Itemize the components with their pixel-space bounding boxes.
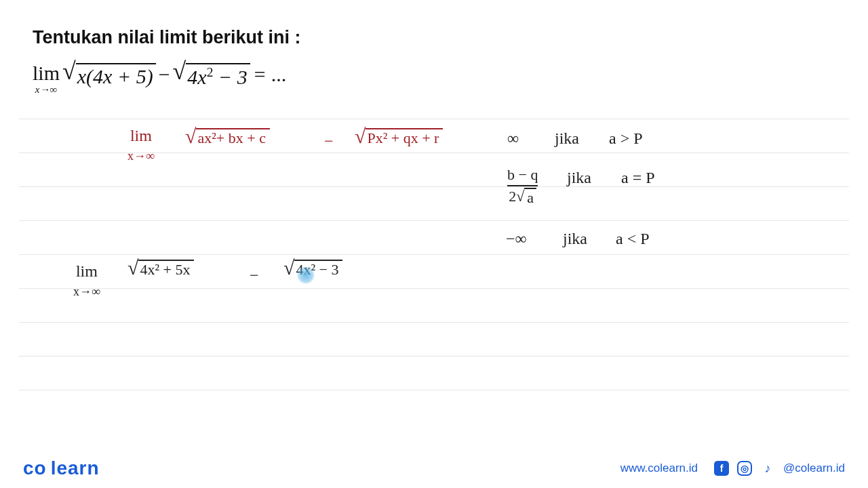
rule-line [19, 288, 849, 289]
case-2-denom-coef: 2 [509, 188, 516, 205]
formula-radicand-2: Px² + qx + r [366, 128, 443, 147]
limit-operator: lim x→∞ [33, 63, 60, 95]
rule-line [19, 356, 849, 357]
formula-limit: lim x→∞ [127, 127, 155, 163]
fraction-line [507, 185, 538, 186]
case-2-word: jika [567, 169, 591, 187]
formula-sqrt-2: √Px² + qx + r [355, 128, 443, 147]
equals-blank: = ... [253, 63, 287, 86]
tiktok-icon: ♪ [760, 461, 775, 476]
exponent-2: 2 [207, 65, 214, 79]
rule-line [19, 322, 849, 323]
problem-expression: lim x→∞ √ x(4x + 5) − √ 4x2 − 3 = ... [33, 63, 835, 95]
case-2-cond: a = P [621, 169, 655, 187]
case-1-result: ∞ [507, 129, 519, 148]
case-3-cond: a < P [616, 230, 650, 248]
rule-line [19, 119, 849, 119]
facebook-icon: f [714, 461, 729, 476]
footer-url: www.colearn.id [620, 462, 698, 475]
formula-sqrt-1: √ax²+ bx + c [185, 128, 270, 147]
logo-part-1: co [23, 458, 47, 479]
work-sqrt-1: √4x² + 5x [127, 260, 194, 279]
cursor-highlight [297, 266, 315, 284]
case-3-result: −∞ [506, 230, 527, 248]
work-limit: lim x→∞ [73, 262, 100, 299]
case-1-word: jika [555, 129, 579, 148]
case-2-result: b − q 2 √a [507, 166, 538, 207]
sqrt-term-1: √ x(4x + 5) [62, 63, 156, 89]
lim-text: lim [33, 63, 60, 83]
work-lim-cond: x→∞ [73, 285, 100, 299]
radicand-2: 4x2 − 3 [186, 63, 250, 89]
case-2-denom-rad: a [524, 188, 536, 207]
work-lim-text: lim [76, 262, 98, 281]
work-radicand-1: 4x² + 5x [138, 260, 194, 279]
work-minus: − [250, 266, 259, 285]
case-3-word: jika [563, 230, 587, 248]
brand-logo: colearn [23, 458, 100, 479]
case-2-numerator: b − q [507, 166, 538, 184]
minus-sign: − [159, 63, 170, 86]
formula-minus: − [324, 132, 334, 150]
ruled-paper-area: lim x→∞ √ax²+ bx + c − √Px² + qx + r ∞ j… [19, 119, 849, 447]
lim-condition: x→∞ [35, 85, 57, 95]
formula-lim-text: lim [130, 127, 152, 145]
rule-line [19, 254, 849, 255]
radical-sign: √ [173, 62, 186, 81]
rad2-b: − 3 [213, 66, 247, 88]
rad2-a: 4x [187, 66, 206, 88]
logo-part-2: learn [51, 458, 100, 479]
case-1-cond: a > P [609, 129, 643, 148]
sqrt-term-2: √ 4x2 − 3 [173, 63, 250, 89]
rule-line [19, 220, 849, 221]
radical-sign: √ [62, 62, 76, 81]
instagram-icon: ◎ [737, 461, 752, 476]
formula-lim-cond: x→∞ [127, 149, 155, 163]
page-title: Tentukan nilai limit berikut ini : [33, 27, 835, 48]
radicand-1: x(4x + 5) [76, 63, 156, 89]
rule-line [19, 390, 849, 390]
footer-right: www.colearn.id f ◎ ♪ @colearn.id [620, 461, 845, 476]
footer-handle: @colearn.id [783, 462, 845, 475]
page-footer: colearn www.colearn.id f ◎ ♪ @colearn.id [0, 449, 868, 488]
formula-radicand-1: ax²+ bx + c [196, 128, 269, 147]
rule-line [19, 186, 849, 187]
